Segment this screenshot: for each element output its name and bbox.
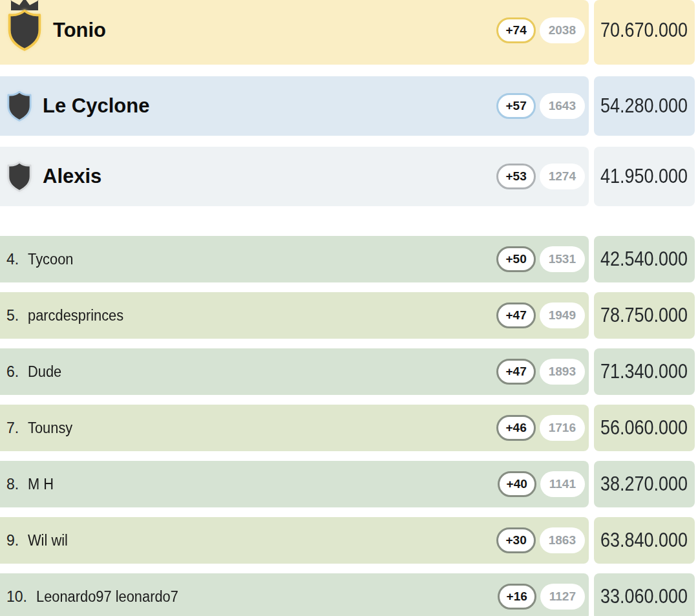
rating-badge: 1893: [540, 359, 585, 385]
rating-badge: 2038: [540, 17, 585, 43]
score-value: 54.280.000: [601, 94, 688, 118]
player-name: Wil wil: [28, 532, 68, 549]
leaderboard-row[interactable]: Le Cyclone +57 1643 54.280.000: [0, 76, 698, 136]
player-name: Leonardo97 leonardo7: [36, 588, 178, 606]
rating-badge: 1141: [540, 471, 585, 497]
player-panel: Alexis +53 1274: [0, 147, 589, 206]
badges: +47 1949: [496, 303, 585, 328]
badges: +30 1863: [496, 527, 585, 553]
leaderboard-row[interactable]: 10. Leonardo97 leonardo7 +16 1127 33.060…: [0, 573, 698, 616]
leaderboard-row[interactable]: 4. Tycoon +50 1531 42.540.000: [0, 236, 698, 282]
rating-badge: 1716: [540, 415, 585, 441]
rank-label: 4.: [6, 251, 19, 268]
score-value: 71.340.000: [601, 360, 688, 383]
score-cell: 42.540.000: [594, 236, 695, 282]
score-value: 41.950.000: [601, 165, 688, 188]
leaderboard-row[interactable]: 8. M H +40 1141 38.270.000: [0, 461, 698, 507]
score-value: 56.060.000: [601, 416, 688, 440]
rank-label: 7.: [6, 420, 19, 437]
badges: +16 1127: [498, 584, 585, 610]
score-cell: 41.950.000: [594, 147, 695, 206]
score-value: 70.670.000: [601, 19, 688, 42]
badges: +74 2038: [496, 17, 585, 43]
rating-badge: 1863: [540, 527, 585, 553]
badges: +47 1893: [496, 359, 585, 385]
rank-label: 6.: [6, 363, 19, 381]
badges: +53 1274: [496, 164, 585, 189]
points-gained-badge: +53: [496, 164, 535, 189]
player-panel: 7. Tounsy +46 1716: [0, 405, 589, 451]
leaderboard-row[interactable]: 5. parcdesprinces +47 1949 78.750.000: [0, 292, 698, 339]
points-gained-badge: +40: [498, 471, 536, 497]
rating-badge: 1643: [540, 93, 585, 119]
score-value: 63.840.000: [601, 529, 688, 552]
player-panel: 9. Wil wil +30 1863: [0, 517, 589, 564]
rating-badge: 1531: [540, 246, 585, 272]
points-gained-badge: +57: [496, 93, 535, 119]
rank-label: 8.: [6, 476, 19, 493]
player-name: M H: [28, 476, 54, 493]
badges: +50 1531: [496, 246, 585, 272]
rating-badge: 1274: [540, 164, 585, 189]
team-badge: [6, 10, 43, 51]
score-cell: 63.840.000: [594, 517, 695, 564]
score-cell: 38.270.000: [594, 461, 695, 507]
player-name: parcdesprinces: [28, 307, 123, 324]
points-gained-badge: +30: [496, 527, 535, 553]
rank-label: 10.: [6, 588, 27, 606]
score-cell: 78.750.000: [594, 292, 695, 339]
leaderboard-row[interactable]: Alexis +53 1274 41.950.000: [0, 147, 698, 206]
player-panel: Tonio +74 2038: [0, 0, 589, 65]
team-badge: [6, 91, 32, 122]
badges: +40 1141: [498, 471, 585, 497]
shield-icon: [6, 162, 32, 192]
leaderboard-row[interactable]: Tonio +74 2038 70.670.000: [0, 0, 698, 65]
player-panel: 4. Tycoon +50 1531: [0, 236, 589, 282]
shield-icon: [6, 91, 32, 122]
points-gained-badge: +47: [496, 359, 535, 385]
points-gained-badge: +46: [496, 415, 535, 441]
points-gained-badge: +16: [498, 584, 536, 610]
score-value: 42.540.000: [601, 248, 688, 271]
score-cell: 71.340.000: [594, 348, 695, 395]
leaderboard-row[interactable]: 6. Dude +47 1893 71.340.000: [0, 348, 698, 395]
leaderboard-row[interactable]: 9. Wil wil +30 1863 63.840.000: [0, 517, 698, 564]
score-cell: 54.280.000: [594, 76, 695, 136]
rating-badge: 1127: [540, 584, 585, 610]
player-name: Le Cyclone: [43, 94, 149, 118]
player-name: Alexis: [43, 165, 101, 188]
score-cell: 70.670.000: [594, 0, 695, 65]
leaderboard-row[interactable]: 7. Tounsy +46 1716 56.060.000: [0, 405, 698, 451]
badges: +46 1716: [496, 415, 585, 441]
player-panel: 5. parcdesprinces +47 1949: [0, 292, 589, 339]
rank-label: 5.: [6, 307, 19, 324]
player-panel: 6. Dude +47 1893: [0, 348, 589, 395]
player-panel: Le Cyclone +57 1643: [0, 76, 589, 136]
score-cell: 56.060.000: [594, 405, 695, 451]
player-panel: 10. Leonardo97 leonardo7 +16 1127: [0, 573, 589, 616]
points-gained-badge: +74: [496, 17, 535, 43]
team-badge: [6, 162, 32, 192]
player-name: Tycoon: [28, 251, 73, 268]
player-name: Tounsy: [28, 420, 72, 437]
rating-badge: 1949: [540, 303, 585, 328]
score-value: 33.060.000: [601, 585, 688, 608]
player-panel: 8. M H +40 1141: [0, 461, 589, 507]
rank-label: 9.: [6, 532, 19, 549]
score-value: 78.750.000: [601, 304, 688, 327]
badges: +57 1643: [496, 93, 585, 119]
clan-leaderboard: Tonio +74 2038 70.670.000: [0, 0, 698, 616]
points-gained-badge: +50: [496, 246, 535, 272]
player-name: Tonio: [53, 19, 106, 42]
score-cell: 33.060.000: [594, 573, 695, 616]
points-gained-badge: +47: [496, 303, 535, 328]
shield-icon: [6, 10, 43, 51]
player-name: Dude: [28, 363, 61, 381]
score-value: 38.270.000: [601, 473, 688, 496]
